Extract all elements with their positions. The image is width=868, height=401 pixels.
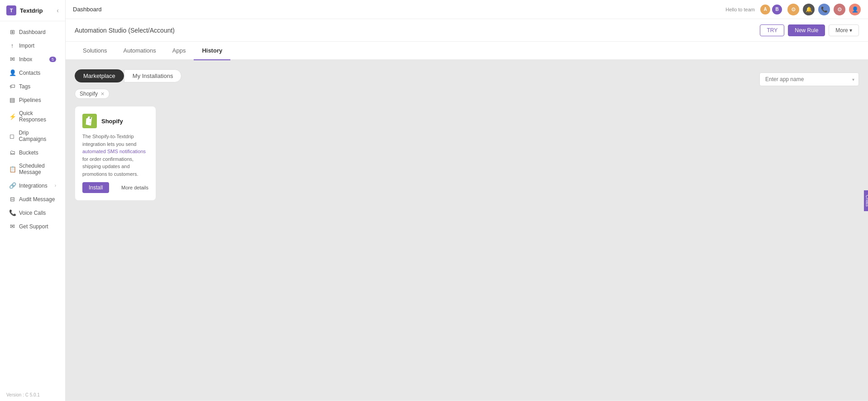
- main-tabs: Solutions Automations Apps History: [66, 42, 868, 60]
- sidebar-item-voice-calls[interactable]: 📞 Voice Calls: [3, 206, 62, 219]
- sidebar-item-contacts[interactable]: 👤 Contacts: [3, 66, 62, 79]
- chats-edge-label: Chats: [865, 194, 868, 206]
- sidebar-logo: T Textdrip ‹: [0, 0, 65, 21]
- avatar-user2: B: [771, 4, 783, 15]
- bell-icon[interactable]: 🔔: [803, 4, 815, 15]
- breadcrumb: Dashboard: [73, 6, 102, 13]
- sidebar-item-label: Dashboard: [19, 29, 46, 35]
- shopify-app-card: Shopify The Shopify-to-Textdrip integrat…: [75, 106, 156, 201]
- sidebar-item-label: Buckets: [19, 150, 38, 156]
- buckets-icon: 🗂: [9, 149, 15, 156]
- sidebar-item-label: Pipelines: [19, 97, 41, 103]
- sidebar-item-inbox[interactable]: ✉ Inbox 5: [3, 53, 62, 66]
- sidebar-collapse-button[interactable]: ‹: [57, 7, 59, 14]
- drip-campaigns-icon: ◻: [9, 133, 15, 140]
- app-desc-after: for order confirmations, shipping update…: [82, 156, 138, 177]
- sidebar-item-label: Integrations: [19, 183, 48, 189]
- tab-solutions[interactable]: Solutions: [75, 42, 115, 60]
- more-button[interactable]: More ▾: [829, 24, 859, 36]
- page-actions: TRY New Rule More ▾: [760, 24, 859, 36]
- filter-tag-shopify: Shopify ✕: [75, 89, 110, 99]
- app-card-header: Shopify: [82, 114, 148, 128]
- voice-calls-icon: 📞: [9, 209, 15, 216]
- shopify-logo-icon: [82, 114, 97, 128]
- apps-grid: Shopify The Shopify-to-Textdrip integrat…: [75, 106, 859, 201]
- tab-apps[interactable]: Apps: [164, 42, 194, 60]
- import-icon: ↑: [9, 42, 15, 49]
- chats-edge-tab[interactable]: Chats: [863, 190, 868, 211]
- sidebar-item-label: Inbox: [19, 56, 32, 63]
- app-card-actions: Install More details: [82, 182, 148, 193]
- sidebar-item-dashboard[interactable]: ⊞ Dashboard: [3, 25, 62, 39]
- sidebar-item-scheduled-message[interactable]: 📋 Scheduled Message: [3, 159, 62, 179]
- user-icon[interactable]: 👤: [849, 4, 861, 15]
- topbar: Dashboard Hello to team A B ⚙ 🔔 📞 ⚙ 👤: [66, 0, 868, 19]
- filter-tag-close-button[interactable]: ✕: [100, 91, 105, 97]
- integrations-icon: 🔗: [9, 182, 15, 189]
- sub-tabs-container: Marketplace My Installations ▾: [75, 69, 859, 89]
- sidebar-item-label: Tags: [19, 83, 30, 90]
- sidebar-item-label: Quick Responses: [19, 110, 56, 123]
- integrations-arrow-icon: ›: [55, 183, 56, 188]
- notification-icon[interactable]: ⚙: [787, 4, 799, 15]
- page-content: Automation Studio (Select/Account) TRY N…: [66, 19, 868, 401]
- avatar-group: A B: [759, 4, 783, 15]
- sub-tabs: Marketplace My Installations: [75, 69, 181, 82]
- sidebar-item-label: Contacts: [19, 70, 40, 76]
- app-search-container: ▾: [759, 72, 859, 86]
- sub-tab-marketplace[interactable]: Marketplace: [75, 69, 124, 82]
- tab-history[interactable]: History: [194, 42, 230, 60]
- sidebar-nav: ⊞ Dashboard ↑ Import ✉ Inbox 5 👤 Contact…: [0, 21, 65, 389]
- app-search-input[interactable]: [759, 72, 859, 86]
- logo-icon: T: [6, 5, 16, 15]
- pipelines-icon: ▤: [9, 97, 15, 103]
- sidebar-item-import[interactable]: ↑ Import: [3, 39, 62, 52]
- app-desc-link[interactable]: automated SMS notifications: [82, 149, 146, 154]
- dashboard-icon: ⊞: [9, 29, 15, 35]
- sidebar-item-drip-campaigns[interactable]: ◻ Drip Campaigns: [3, 126, 62, 145]
- app-name-label: Shopify: [101, 118, 123, 125]
- tab-automations[interactable]: Automations: [115, 42, 164, 60]
- page-title: Automation Studio (Select/Account): [75, 27, 175, 34]
- inbox-icon: ✉: [9, 56, 15, 63]
- sidebar-item-label: Drip Campaigns: [19, 130, 56, 142]
- topbar-right: Hello to team A B ⚙ 🔔 📞 ⚙ 👤: [725, 4, 861, 15]
- sidebar-item-quick-responses[interactable]: ⚡ Quick Responses: [3, 107, 62, 126]
- filter-tag-label: Shopify: [80, 91, 98, 97]
- sidebar-item-label: Import: [19, 43, 34, 49]
- sidebar-item-integrations[interactable]: 🔗 Integrations ›: [3, 179, 62, 192]
- page-header: Automation Studio (Select/Account) TRY N…: [66, 19, 868, 42]
- app-card-description: The Shopify-to-Textdrip integration lets…: [82, 133, 148, 178]
- avatar-user1: A: [759, 4, 771, 15]
- new-rule-button[interactable]: New Rule: [788, 24, 825, 36]
- user-greeting: Hello to team: [725, 7, 755, 12]
- sidebar-item-audit-message[interactable]: ⊟ Audit Message: [3, 193, 62, 206]
- sub-tab-my-installations[interactable]: My Installations: [124, 69, 182, 82]
- sidebar-item-pipelines[interactable]: ▤ Pipelines: [3, 93, 62, 106]
- sidebar-item-label: Get Support: [19, 223, 48, 230]
- app-name: Textdrip: [20, 7, 43, 14]
- more-details-link[interactable]: More details: [121, 185, 148, 190]
- filter-tags: Shopify ✕: [75, 89, 859, 99]
- quick-responses-icon: ⚡: [9, 113, 15, 120]
- settings-icon[interactable]: ⚙: [834, 4, 845, 15]
- main-area: Dashboard Hello to team A B ⚙ 🔔 📞 ⚙ 👤 Au…: [66, 0, 868, 401]
- version-label: Version : C 5.0.1: [0, 389, 65, 401]
- scheduled-message-icon: 📋: [9, 166, 15, 173]
- marketplace-area: Marketplace My Installations ▾ Shopify ✕: [66, 60, 868, 401]
- sidebar-item-label: Voice Calls: [19, 210, 46, 216]
- contacts-icon: 👤: [9, 69, 15, 76]
- audit-message-icon: ⊟: [9, 196, 15, 203]
- get-support-icon: ✉: [9, 223, 15, 230]
- install-button[interactable]: Install: [82, 182, 109, 193]
- try-button[interactable]: TRY: [760, 24, 784, 36]
- phone-icon[interactable]: 📞: [818, 4, 830, 15]
- sidebar-item-buckets[interactable]: 🗂 Buckets: [3, 146, 62, 159]
- topbar-icons: ⚙ 🔔 📞 ⚙ 👤: [787, 4, 861, 15]
- sidebar: T Textdrip ‹ ⊞ Dashboard ↑ Import ✉ Inbo…: [0, 0, 66, 401]
- app-desc-before: The Shopify-to-Textdrip integration lets…: [82, 134, 136, 147]
- sidebar-item-tags[interactable]: 🏷 Tags: [3, 80, 62, 93]
- sidebar-item-get-support[interactable]: ✉ Get Support: [3, 220, 62, 233]
- inbox-badge: 5: [49, 57, 56, 62]
- sidebar-item-label: Scheduled Message: [19, 163, 56, 175]
